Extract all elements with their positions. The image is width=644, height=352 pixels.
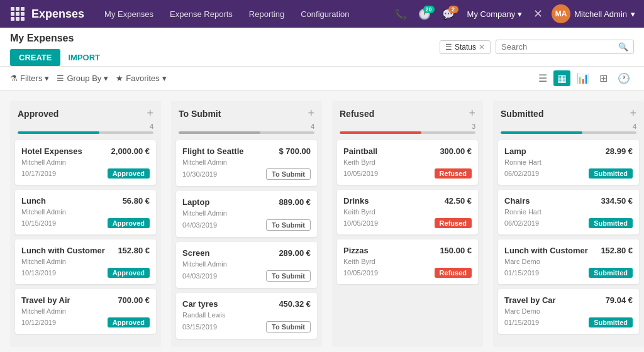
- kanban-card[interactable]: Travel by Car79.04 €Marc Demo01/15/2019S…: [498, 289, 639, 334]
- close-icon[interactable]: ✕: [531, 7, 545, 21]
- card-name: Lunch with Customer: [504, 246, 588, 255]
- col-header-to-submit: To Submit+: [171, 101, 322, 123]
- col-add-approved[interactable]: +: [147, 107, 153, 120]
- groupby-label: Group By: [67, 74, 101, 83]
- page-header: My Expenses CREATE IMPORT ☰ Status ✕ 🔍: [0, 28, 644, 67]
- status-badge: To Submit: [266, 219, 311, 231]
- kanban-card[interactable]: Lunch with Customer152.80 €Marc Demo01/1…: [498, 239, 639, 284]
- app-grid-menu[interactable]: [6, 0, 29, 28]
- kanban-card[interactable]: Hotel Expenses2,000.00 €Mitchell Admin10…: [15, 140, 156, 185]
- col-title-to-submit: To Submit: [179, 109, 304, 119]
- kanban-card[interactable]: Pizzas150.00 €Keith Byrd10/05/2019Refuse…: [337, 239, 478, 284]
- col-add-refused[interactable]: +: [469, 107, 475, 120]
- user-menu[interactable]: MA Mitchell Admin ▾: [549, 4, 638, 23]
- kanban-card[interactable]: Travel by Air700.00 €Mitchell Admin10/12…: [15, 289, 156, 334]
- groupby-button[interactable]: ☰ Group By ▾: [57, 74, 108, 83]
- status-badge: Refused: [435, 168, 472, 179]
- kanban-view-button[interactable]: ▦: [553, 70, 570, 86]
- status-badge: Submitted: [589, 218, 633, 228]
- nav-configuration[interactable]: Configuration: [293, 0, 357, 28]
- kanban-card[interactable]: Lunch56.80 €Mitchell Admin10/15/2019Appr…: [15, 190, 156, 234]
- card-date: 04/03/2019: [182, 221, 217, 229]
- card-user: Mitchell Admin: [182, 260, 311, 268]
- favorites-button[interactable]: ★ Favorites ▾: [116, 74, 166, 83]
- card-user: Keith Byrd: [343, 208, 472, 216]
- card-amount: 300.00 €: [440, 146, 472, 156]
- card-date: 01/15/2019: [504, 319, 539, 326]
- filters-button[interactable]: ⚗ Filters ▾: [10, 74, 49, 83]
- kanban-card[interactable]: Drinks42.50 €Keith Byrd10/05/2019Refused: [337, 190, 478, 234]
- status-badge: Approved: [108, 218, 150, 228]
- clock-view-button[interactable]: 🕐: [614, 70, 634, 86]
- bar-chart-view-button[interactable]: 📊: [573, 70, 593, 86]
- company-selector[interactable]: My Company ▾: [462, 9, 528, 19]
- card-user: Mitchell Admin: [21, 307, 150, 315]
- timer-button[interactable]: 🕐20: [414, 6, 435, 23]
- remove-status-tag[interactable]: ✕: [479, 43, 485, 52]
- groupby-icon: ☰: [57, 74, 64, 83]
- page-actions: CREATE IMPORT: [10, 49, 100, 66]
- kanban-card[interactable]: Screen289.00 €Mitchell Admin04/03/2019To…: [176, 242, 317, 288]
- card-user: Ronnie Hart: [504, 208, 633, 216]
- card-user: Marc Demo: [504, 307, 633, 315]
- status-badge: To Submit: [266, 168, 311, 180]
- card-date: 10/13/2019: [21, 269, 56, 277]
- chat-button[interactable]: 💬2: [438, 6, 458, 23]
- search-input[interactable]: [501, 42, 618, 52]
- phone-icon[interactable]: 📞: [391, 6, 411, 23]
- create-button[interactable]: CREATE: [10, 49, 60, 66]
- col-cards-submitted: Lamp28.99 €Ronnie Hart06/02/2019Submitte…: [493, 138, 644, 339]
- import-button[interactable]: IMPORT: [68, 53, 100, 62]
- timer-badge: 20: [423, 6, 435, 13]
- kanban-card[interactable]: Flight to Seattle$ 700.00Mitchell Admin1…: [176, 140, 317, 186]
- filter-bar: ⚗ Filters ▾ ☰ Group By ▾ ★ Favorites ▾ ☰…: [0, 67, 644, 91]
- kanban-col-submitted: Submitted+4Lamp28.99 €Ronnie Hart06/02/2…: [493, 101, 644, 347]
- search-box: 🔍: [496, 40, 634, 54]
- kanban-card[interactable]: Lamp28.99 €Ronnie Hart06/02/2019Submitte…: [498, 140, 639, 185]
- filters-chevron: ▾: [45, 74, 49, 83]
- col-add-submitted[interactable]: +: [630, 107, 636, 120]
- col-title-submitted: Submitted: [501, 109, 626, 119]
- grid-icon: [11, 7, 25, 21]
- col-progress-refused: [340, 131, 475, 134]
- col-add-to-submit[interactable]: +: [308, 107, 314, 120]
- col-header-submitted: Submitted+: [493, 101, 644, 123]
- card-amount: 150.00 €: [440, 246, 472, 255]
- nav-my-expenses[interactable]: My Expenses: [97, 0, 161, 28]
- groupby-chevron: ▾: [104, 74, 108, 83]
- card-name: Pizzas: [343, 246, 369, 255]
- kanban-card[interactable]: Laptop889.00 €Mitchell Admin04/03/2019To…: [176, 191, 317, 237]
- card-amount: 334.50 €: [601, 196, 633, 206]
- kanban-col-refused: Refused+3Paintball300.00 €Keith Byrd10/0…: [332, 101, 483, 347]
- card-name: Travel by Car: [504, 295, 556, 305]
- card-amount: 889.00 €: [279, 197, 311, 207]
- card-date: 10/05/2019: [343, 170, 378, 177]
- table-view-button[interactable]: ⊞: [596, 70, 611, 86]
- kanban-card[interactable]: Paintball300.00 €Keith Byrd10/05/2019Ref…: [337, 140, 478, 185]
- status-badge: To Submit: [266, 270, 311, 282]
- kanban-card[interactable]: Car tyres450.32 €Randall Lewis03/15/2019…: [176, 293, 317, 339]
- card-date: 04/03/2019: [182, 272, 217, 280]
- card-amount: 79.04 €: [606, 295, 633, 305]
- favorites-chevron: ▾: [162, 74, 167, 83]
- card-amount: 450.32 €: [279, 299, 311, 309]
- col-count-approved: 4: [10, 123, 161, 130]
- col-cards-approved: Hotel Expenses2,000.00 €Mitchell Admin10…: [10, 138, 161, 339]
- status-filter-tag[interactable]: ☰ Status ✕: [440, 40, 491, 54]
- kanban-card[interactable]: Lunch with Customer152.80 €Mitchell Admi…: [15, 239, 156, 284]
- nav-expense-reports[interactable]: Expense Reports: [162, 0, 240, 28]
- status-badge: Approved: [108, 168, 150, 179]
- col-cards-to-submit: Flight to Seattle$ 700.00Mitchell Admin1…: [171, 138, 322, 344]
- card-user: Keith Byrd: [343, 258, 472, 265]
- search-icon[interactable]: 🔍: [618, 42, 628, 52]
- col-count-submitted: 4: [493, 123, 644, 130]
- card-name: Chairs: [504, 196, 530, 206]
- card-user: Marc Demo: [504, 258, 633, 265]
- list-view-button[interactable]: ☰: [535, 70, 551, 86]
- kanban-card[interactable]: Chairs334.50 €Ronnie Hart06/02/2019Submi…: [498, 190, 639, 234]
- app-title: Expenses: [31, 8, 84, 21]
- card-name: Travel by Air: [21, 295, 70, 305]
- col-progress-to-submit: [179, 131, 314, 134]
- topnav-right: 📞 🕐20 💬2 My Company ▾ ✕ MA Mitchell Admi…: [391, 4, 638, 23]
- nav-reporting[interactable]: Reporting: [242, 0, 292, 28]
